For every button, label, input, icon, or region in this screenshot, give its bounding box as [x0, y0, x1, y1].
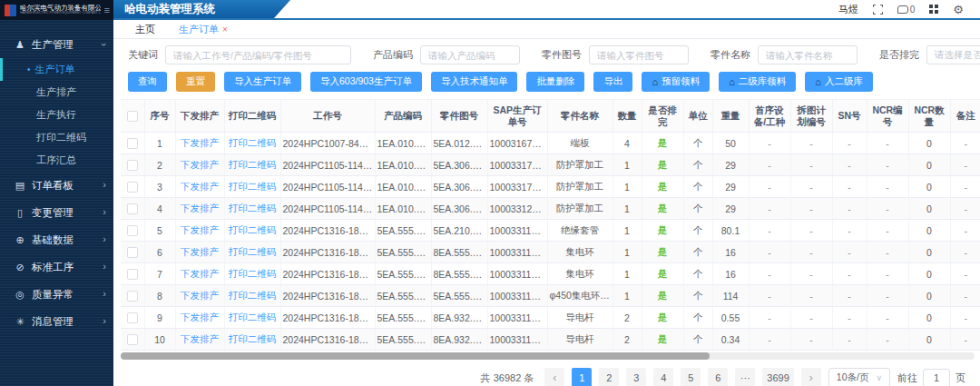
grid-apps-icon[interactable] — [929, 5, 938, 14]
sidebar-subitem-0-3[interactable]: 打印二维码 — [0, 126, 113, 149]
issue-link[interactable]: 下发排产 — [181, 203, 219, 213]
row-checkbox[interactable] — [127, 203, 138, 214]
toolbar-button-1[interactable]: 重置 — [176, 72, 215, 92]
issue-link[interactable]: 下发排产 — [181, 290, 219, 301]
settings-gear-icon[interactable]: ⚙ — [953, 4, 964, 15]
print-link[interactable]: 打印二维码 — [229, 268, 277, 279]
print-link[interactable]: 打印二维码 — [229, 181, 277, 192]
print-link[interactable]: 打印二维码 — [229, 312, 277, 322]
cell-plan_no: - — [790, 285, 832, 307]
scheduled-badge: 是 — [658, 333, 668, 344]
user-name[interactable]: 马煜 — [838, 3, 858, 16]
message-icon[interactable]: 0 — [897, 5, 916, 15]
cell-value: 0 — [926, 182, 932, 193]
scrollbar-thumb[interactable] — [121, 352, 710, 360]
filter-input[interactable] — [165, 45, 351, 64]
row-checkbox[interactable] — [127, 182, 138, 193]
cell-sn: 3 — [144, 176, 175, 198]
company-logo: 哈尔滨电气动力装备有限公司 HARBIN ELECTRIC POWER EQUI… — [0, 0, 113, 20]
row-checkbox[interactable] — [127, 160, 138, 171]
row-checkbox[interactable] — [127, 138, 138, 149]
row-checkbox[interactable] — [127, 334, 138, 345]
cell-value: - — [809, 291, 813, 302]
sidebar-item-6[interactable]: ✳消息管理› — [0, 308, 113, 335]
menu-collapse-icon[interactable]: ≡ — [104, 5, 110, 15]
cell-value: 1 — [624, 182, 630, 193]
filter-select[interactable]: 请选择是否排完∨ — [926, 45, 980, 64]
print-link[interactable]: 打印二维码 — [229, 333, 277, 344]
last-page-button[interactable]: 3699 — [762, 368, 793, 386]
toolbar-button-7[interactable]: ⌂预留领料 — [642, 72, 710, 92]
toolbar-button-9[interactable]: ⌂入二级库 — [805, 72, 873, 92]
pages-ellipsis[interactable]: ··· — [735, 368, 755, 386]
button-label: 入二级库 — [825, 75, 863, 88]
filter-input[interactable] — [420, 45, 520, 64]
toolbar-button-3[interactable]: 导入603/903生产订单 — [310, 72, 422, 92]
sidebar-item-label: 基础数据 — [32, 233, 103, 247]
page-button-2[interactable]: 2 — [599, 368, 619, 386]
issue-link[interactable]: 下发排产 — [181, 312, 219, 322]
issue-link[interactable]: 下发排产 — [181, 224, 219, 235]
row-checkbox[interactable] — [127, 225, 138, 236]
print-link[interactable]: 打印二维码 — [229, 137, 277, 148]
toolbar-button-2[interactable]: 导入生产订单 — [224, 72, 301, 92]
print-link[interactable]: 打印二维码 — [229, 203, 277, 213]
cell-plan_no: - — [790, 307, 832, 329]
row-checkbox[interactable] — [127, 269, 138, 280]
tab-0[interactable]: 主页 — [124, 20, 166, 38]
cell-first_equip: - — [749, 307, 790, 329]
sidebar-subitem-0-4[interactable]: 工序汇总 — [0, 149, 113, 172]
sidebar-item-4[interactable]: ⊘标准工序› — [0, 253, 113, 281]
row-checkbox[interactable] — [127, 312, 138, 323]
issue-link[interactable]: 下发排产 — [181, 268, 219, 279]
sidebar-item-1[interactable]: ▤订单看板› — [0, 172, 113, 199]
horizontal-scrollbar[interactable] — [121, 352, 975, 360]
print-link[interactable]: 打印二维码 — [229, 246, 277, 257]
cell-value: 6 — [157, 247, 162, 258]
goto-page-input[interactable] — [923, 369, 950, 386]
sidebar-subitem-0-2[interactable]: 生产执行 — [0, 104, 113, 126]
sidebar-item-2[interactable]: ▯变更管理› — [0, 199, 113, 226]
sidebar-item-5[interactable]: ◎质量异常› — [0, 281, 113, 308]
prev-page-button[interactable]: ‹ — [544, 368, 564, 386]
issue-link[interactable]: 下发排产 — [181, 181, 219, 192]
page-button-6[interactable]: 6 — [708, 368, 728, 386]
toolbar-button-8[interactable]: ⌂二级库领料 — [719, 72, 796, 92]
issue-link[interactable]: 下发排产 — [181, 333, 219, 344]
cell-scheduled: 是 — [642, 220, 683, 242]
select-all-checkbox[interactable] — [127, 111, 138, 122]
issue-link[interactable]: 下发排产 — [181, 137, 219, 148]
page-size-select[interactable]: 10条/页∨ — [828, 368, 890, 386]
next-page-button[interactable]: › — [801, 368, 821, 386]
page-button-1[interactable]: 1 — [572, 368, 592, 386]
sidebar-item-3[interactable]: ⊕基础数据› — [0, 226, 113, 253]
tab-1[interactable]: 生产订单× — [168, 20, 239, 38]
filter-input[interactable] — [758, 45, 858, 64]
toolbar-button-4[interactable]: 导入技术通知单 — [431, 72, 518, 92]
row-checkbox[interactable] — [127, 291, 138, 302]
cell-print: 打印二维码 — [224, 198, 280, 220]
toolbar-button-5[interactable]: 批量删除 — [526, 72, 584, 92]
close-tab-icon[interactable]: × — [222, 25, 228, 35]
fullscreen-icon[interactable] — [873, 5, 883, 15]
print-link[interactable]: 打印二维码 — [229, 224, 277, 235]
row-checkbox[interactable] — [127, 247, 138, 258]
page-button-3[interactable]: 3 — [626, 368, 646, 386]
filter-input[interactable] — [589, 45, 689, 64]
issue-link[interactable]: 下发排产 — [181, 246, 219, 257]
sidebar-item-0[interactable]: ♟生产管理› — [0, 31, 113, 58]
cell-value: - — [965, 182, 968, 193]
print-link[interactable]: 打印二维码 — [229, 290, 277, 301]
toolbar-button-0[interactable]: 查询 — [128, 72, 167, 92]
page-button-5[interactable]: 5 — [681, 368, 701, 386]
sidebar-subitem-0-1[interactable]: 生产排产 — [0, 81, 113, 104]
cell-value: 1 — [624, 247, 630, 258]
cell-value: 1 — [624, 291, 630, 302]
cell-qty: 1 — [612, 154, 642, 176]
print-link[interactable]: 打印二维码 — [229, 159, 277, 170]
page-button-4[interactable]: 4 — [653, 368, 673, 386]
toolbar-button-6[interactable]: 导出 — [593, 72, 632, 92]
issue-link[interactable]: 下发排产 — [181, 159, 219, 170]
sidebar-subitem-0-0[interactable]: •生产订单 — [0, 58, 113, 81]
cell-qty: 1 — [612, 198, 642, 220]
